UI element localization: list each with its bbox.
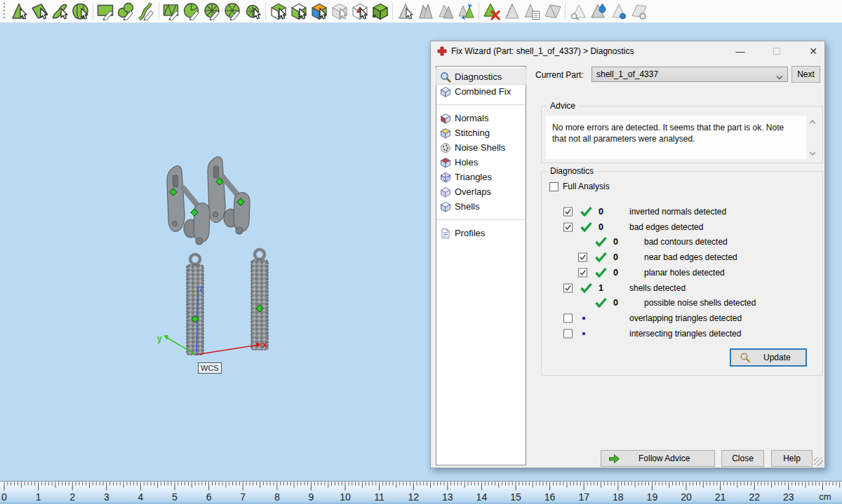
- toolbar-separator: [479, 3, 479, 20]
- green-check-icon: [595, 298, 607, 308]
- toolbar-icon-triangle-properties[interactable]: [522, 1, 542, 22]
- nav-item-shells[interactable]: Shells: [436, 199, 526, 214]
- toolbar-icon-spokes-selection[interactable]: [202, 1, 222, 22]
- toolbar-icon-triangle-lasso[interactable]: [568, 1, 588, 22]
- dialog-titlebar[interactable]: Fix Wizard (Part: shell_1_of_4337) > Dia…: [431, 41, 824, 61]
- close-window-button[interactable]: ✕: [801, 41, 825, 61]
- chevron-down-icon: [776, 72, 783, 82]
- toolbar-icon-view-cube-green[interactable]: [288, 1, 309, 22]
- part-handle-blade-2: [208, 157, 225, 223]
- nav-item-label: Overlaps: [455, 186, 491, 197]
- update-button[interactable]: Update: [730, 348, 807, 367]
- svg-text:4: 4: [138, 491, 144, 503]
- svg-text:13: 13: [442, 491, 453, 503]
- toolbar-icon-mark-triangle[interactable]: [395, 1, 415, 22]
- toolbar-icon-ghost-triangle[interactable]: [502, 1, 522, 22]
- diagnostic-checkbox[interactable]: [563, 329, 573, 338]
- help-button[interactable]: Help: [771, 450, 813, 467]
- diagnostic-label: bad edges detected: [629, 222, 703, 232]
- toolbar-icon-sphere-selection[interactable]: [243, 1, 263, 22]
- toolbar-icon-curve-selection[interactable]: [136, 1, 156, 22]
- toolbar-icon-delete-marked[interactable]: [481, 1, 502, 22]
- diagnostic-label: planar holes detected: [644, 268, 725, 278]
- blue-dot-icon: [582, 332, 585, 335]
- diagnostic-checkbox[interactable]: [563, 222, 573, 231]
- toolbar-icon-cube-marker[interactable]: [349, 1, 370, 22]
- toolbar-icon-mark-shell[interactable]: [415, 1, 436, 22]
- axis-y-label: y: [157, 334, 162, 343]
- follow-advice-button[interactable]: Follow Advice: [601, 450, 715, 467]
- green-check-icon: [580, 222, 592, 232]
- next-part-button[interactable]: Next: [791, 66, 820, 83]
- toolbar-icon-cube-solid[interactable]: [370, 1, 390, 22]
- nav-item-diagnostics[interactable]: Diagnostics: [436, 69, 526, 84]
- svg-text:9: 9: [309, 491, 314, 503]
- toolbar-icon-window-selection[interactable]: [161, 1, 182, 22]
- toolbar-icon-view-cube-colored[interactable]: [309, 1, 329, 22]
- toolbar-icon-select-triangles[interactable]: [9, 1, 29, 22]
- current-part-combobox[interactable]: shell_1_of_4337: [592, 67, 788, 82]
- diagnostic-checkbox[interactable]: [563, 207, 573, 217]
- svg-text:11: 11: [374, 491, 385, 503]
- nav-item-profiles[interactable]: Profiles: [436, 226, 526, 240]
- toolbar-icon-select-shells[interactable]: [70, 1, 91, 22]
- maximize-button[interactable]: [765, 41, 789, 61]
- toolbar-icon-select-planes[interactable]: [29, 1, 50, 22]
- toolbar-icon-select-surfaces[interactable]: [50, 1, 70, 22]
- diagnostic-count: 0: [613, 268, 618, 278]
- toolbar-icon-invert-marking[interactable]: [456, 1, 476, 22]
- combined-fix-icon: [440, 86, 451, 97]
- nav-item-normals[interactable]: Normals: [436, 111, 526, 125]
- minimize-button[interactable]: —: [728, 41, 752, 61]
- toolbar-grip-handle[interactable]: [2, 3, 6, 20]
- nav-item-stitching[interactable]: Stitching: [436, 125, 526, 140]
- toolbar-icon-wheel-selection[interactable]: [222, 1, 243, 22]
- toolbar-icon-plane-circle[interactable]: [629, 1, 649, 22]
- diagnostic-checkbox[interactable]: [578, 268, 587, 277]
- diagnostic-checkbox[interactable]: [563, 283, 573, 292]
- advice-textarea[interactable]: No more errors are detected. It seems th…: [546, 116, 818, 159]
- diagnostic-label: overlapping triangles detected: [629, 313, 742, 323]
- toolbar-icon-pie-selection[interactable]: [182, 1, 202, 22]
- application-window: x y z WCS 012345678910111213141516171819…: [0, 0, 842, 504]
- resize-grip[interactable]: [814, 457, 823, 466]
- nav-item-overlaps[interactable]: Overlaps: [436, 184, 526, 199]
- nav-item-label: Diagnostics: [455, 71, 502, 82]
- diagnostic-row: 0bad contours detected: [542, 234, 822, 250]
- scroll-up-icon[interactable]: [806, 116, 818, 128]
- svg-text:0: 0: [1, 491, 7, 503]
- diagnostic-count: 0: [613, 252, 618, 262]
- nav-separator: [436, 104, 526, 105]
- nav-item-combined-fix[interactable]: Combined Fix: [436, 84, 526, 99]
- advice-scrollbar[interactable]: [806, 116, 818, 159]
- scroll-down-icon[interactable]: [806, 147, 818, 159]
- diagnostic-checkbox[interactable]: [563, 313, 573, 322]
- toolbar-icon-triangle-point[interactable]: [608, 1, 629, 22]
- wcs-axes: [163, 286, 262, 355]
- diagnostic-row: intersecting triangles detected: [542, 326, 822, 341]
- nav-item-triangles[interactable]: Triangles: [436, 170, 526, 184]
- noise-shells-icon: [440, 142, 451, 154]
- toolbar-icon-mark-plane-2[interactable]: [542, 1, 563, 22]
- diagnostic-row: 1shells detected: [542, 280, 822, 296]
- toolbar-icon-rectangle-selection[interactable]: [95, 1, 116, 22]
- diagnostic-checkbox[interactable]: [578, 253, 587, 262]
- toolbar-separator: [159, 3, 159, 20]
- toolbar-icon-view-cube-white[interactable]: [268, 1, 288, 22]
- close-button[interactable]: Close: [721, 450, 764, 467]
- diagnostic-count: 0: [613, 237, 618, 247]
- fix-wizard-nav-list: DiagnosticsCombined FixNormalsStitchingN…: [436, 66, 526, 465]
- magnifier-icon: [740, 352, 751, 363]
- diagnostics-group: Diagnostics Full Analysis 0inverted norm…: [541, 171, 823, 376]
- toolbar-icon-view-cube-disabled[interactable]: [329, 1, 349, 22]
- diagnostic-row: 0near bad edges detected: [542, 250, 822, 265]
- nav-item-holes[interactable]: Holes: [436, 155, 526, 170]
- shells-icon: [440, 201, 451, 212]
- toolbar-icon-mark-plane[interactable]: [436, 1, 456, 22]
- nav-item-noise-shells[interactable]: Noise Shells: [436, 140, 526, 155]
- full-analysis-checkbox[interactable]: [549, 182, 559, 191]
- toolbar-icon-brush-selection[interactable]: [116, 1, 136, 22]
- nav-item-label: Normals: [455, 113, 488, 123]
- toolbar-icon-triangle-paint[interactable]: [588, 1, 608, 22]
- holes-icon: [440, 157, 451, 168]
